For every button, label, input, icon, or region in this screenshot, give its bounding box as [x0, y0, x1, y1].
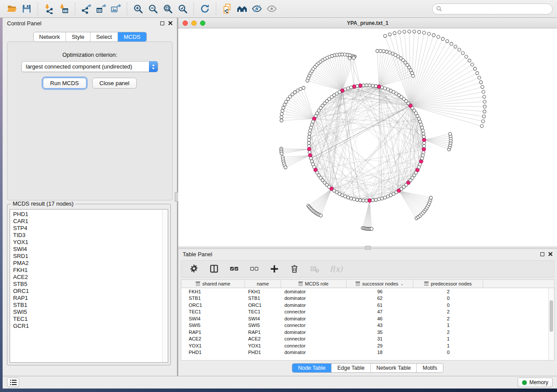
- table-cell: PHD1: [181, 350, 245, 355]
- mcds-result-groupbox: MCDS result (17 nodes) PHD1CAR1STP4TID3Y…: [7, 204, 171, 365]
- toolbar-separator: [194, 3, 194, 15]
- add-column-icon[interactable]: [270, 264, 279, 274]
- refresh-icon[interactable]: [197, 2, 212, 15]
- table-cell: ORC1: [181, 303, 245, 308]
- task-history-button[interactable]: [7, 378, 19, 387]
- list-item[interactable]: SWI5: [13, 309, 162, 316]
- list-item[interactable]: ACE2: [13, 274, 162, 281]
- list-item[interactable]: PHD1: [13, 211, 162, 218]
- select-all-columns-icon[interactable]: [229, 264, 239, 274]
- gear-icon[interactable]: [189, 264, 199, 274]
- mcds-result-list[interactable]: PHD1CAR1STP4TID3YOX1SWI4SRD1PMA2FKH1ACE2…: [10, 210, 162, 362]
- close-panel-icon[interactable]: [168, 21, 173, 25]
- table-row[interactable]: TEC1TEC1connector472: [181, 309, 554, 316]
- export-table-icon[interactable]: [93, 2, 108, 15]
- horizontal-split-divider[interactable]: [178, 247, 557, 249]
- mcds-list-scrollbar[interactable]: [162, 210, 168, 362]
- import-network-icon[interactable]: [42, 2, 56, 15]
- zoom-in-icon[interactable]: [131, 2, 145, 15]
- network-graph[interactable]: [178, 28, 557, 247]
- table-cell: 2: [413, 316, 483, 321]
- table-cell: SWI4: [181, 316, 245, 321]
- table-cell: SWI5: [245, 323, 281, 328]
- table-cell: dominator: [281, 330, 346, 335]
- table-row[interactable]: RAP1RAP1dominator352: [181, 329, 554, 336]
- table-scrollbar[interactable]: [548, 288, 554, 360]
- tab-network[interactable]: Network: [33, 32, 66, 41]
- list-item[interactable]: STB5: [13, 281, 162, 288]
- tab-network-table[interactable]: Network Table: [370, 364, 417, 372]
- network-canvas[interactable]: [178, 28, 557, 247]
- list-item[interactable]: STP4: [13, 225, 162, 232]
- tab-select[interactable]: Select: [90, 32, 118, 41]
- table-row[interactable]: SWI5SWI5connector431: [181, 322, 554, 329]
- table-cell: 1: [413, 343, 483, 348]
- table-cell: YOX1: [245, 343, 281, 348]
- delete-column-icon[interactable]: [290, 264, 299, 274]
- memory-button[interactable]: Memory: [518, 378, 553, 387]
- tab-node-table[interactable]: Node Table: [292, 364, 331, 372]
- clone-network-icon[interactable]: [220, 2, 235, 15]
- run-mcds-button[interactable]: Run MCDS: [43, 78, 86, 89]
- list-item[interactable]: YOX1: [13, 239, 162, 246]
- table-row[interactable]: FKH1FKH1dominator962: [181, 288, 554, 295]
- list-item[interactable]: RAP1: [13, 295, 162, 302]
- list-item[interactable]: STB1: [13, 302, 162, 309]
- export-network-icon[interactable]: [79, 2, 93, 15]
- list-item[interactable]: SWI4: [13, 246, 162, 253]
- column-header-shared-name[interactable]: shared name: [181, 280, 245, 288]
- tab-edge-table[interactable]: Edge Table: [331, 364, 370, 372]
- list-item[interactable]: TID3: [13, 232, 162, 239]
- scrollbar-thumb[interactable]: [550, 300, 553, 332]
- divider-grip[interactable]: [365, 246, 371, 250]
- table-row[interactable]: YOX1YOX1connector291: [181, 342, 554, 349]
- zoom-fit-icon[interactable]: [160, 2, 175, 15]
- tab-motifs[interactable]: Motifs: [416, 364, 443, 372]
- list-item[interactable]: ORC1: [13, 288, 162, 295]
- zoom-selected-icon[interactable]: [175, 2, 190, 15]
- first-neighbors-icon[interactable]: [235, 2, 249, 15]
- show-columns-icon[interactable]: [209, 264, 219, 274]
- search-box[interactable]: [432, 3, 553, 14]
- sort-caret-icon[interactable]: ⌄: [401, 282, 404, 286]
- list-item[interactable]: GCR1: [13, 323, 162, 330]
- table-panel: Table Panel f(x) shared namenameMCDS rol…: [178, 249, 557, 376]
- table-cell: 62: [346, 296, 413, 301]
- zoom-out-icon[interactable]: [145, 2, 160, 15]
- column-header-name[interactable]: name: [245, 280, 281, 288]
- graph-nodes[interactable]: [280, 30, 486, 230]
- close-panel-button[interactable]: Close panel: [92, 78, 137, 89]
- table-cell: TEC1: [245, 309, 281, 314]
- optimization-criterion-label: Optimization criterion:: [7, 52, 172, 58]
- table-row[interactable]: STB1STB1dominator620: [181, 295, 554, 302]
- import-table-icon[interactable]: [56, 2, 71, 15]
- list-item[interactable]: CAR1: [13, 218, 162, 225]
- open-icon[interactable]: [4, 2, 19, 15]
- save-icon[interactable]: [19, 2, 34, 15]
- unselect-all-columns-icon[interactable]: [249, 264, 259, 274]
- table-cell: 0: [413, 350, 483, 355]
- list-item[interactable]: FKH1: [13, 267, 162, 274]
- column-header-MCDS-role[interactable]: MCDS role: [281, 280, 346, 288]
- float-panel-icon[interactable]: [160, 21, 164, 25]
- table-row[interactable]: PHD1PHD1dominator180: [181, 349, 554, 356]
- list-item[interactable]: SRD1: [13, 253, 162, 260]
- show-all-icon[interactable]: [264, 2, 279, 15]
- tab-style[interactable]: Style: [66, 32, 90, 41]
- search-input[interactable]: [444, 6, 549, 12]
- close-panel-icon[interactable]: [548, 252, 553, 256]
- float-panel-icon[interactable]: [540, 252, 544, 256]
- table-row[interactable]: ACE2ACE2connector311: [181, 336, 554, 343]
- table-row[interactable]: SWI4SWI4dominator462: [181, 315, 554, 322]
- list-item[interactable]: TEC1: [13, 316, 162, 323]
- column-header-predecessor-nodes[interactable]: predecessor nodes: [413, 280, 483, 288]
- table-cell: SWI5: [181, 323, 245, 328]
- hide-selected-icon[interactable]: [249, 2, 264, 15]
- column-header-successor-nodes[interactable]: successor nodes⌄: [346, 280, 413, 288]
- list-item[interactable]: PMA2: [13, 260, 162, 267]
- table-row[interactable]: ORC1ORC1dominator610: [181, 302, 554, 309]
- export-image-icon[interactable]: [108, 2, 123, 15]
- optimization-criterion-select[interactable]: largest connected component (undirected): [21, 61, 158, 72]
- tab-mcds[interactable]: MCDS: [118, 32, 146, 41]
- table-toolbar: f(x): [181, 260, 554, 278]
